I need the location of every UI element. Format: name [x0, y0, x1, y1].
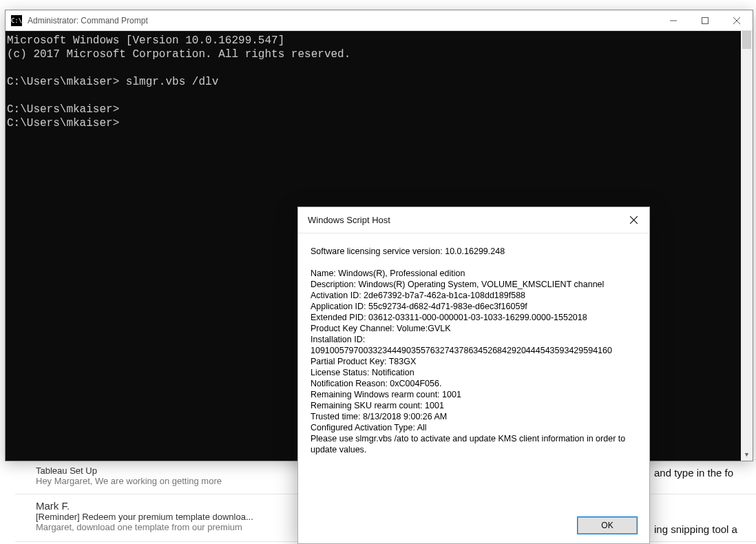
reading-pane-fragment: ing snipping tool a	[654, 523, 737, 535]
scroll-down-icon[interactable]: ▼	[741, 449, 753, 461]
dialog-text-line: Product Key Channel: Volume:GVLK	[311, 323, 637, 334]
dialog-body: Software licensing service version: 10.0…	[298, 233, 649, 508]
dialog-text-line: Description: Windows(R) Operating System…	[311, 279, 637, 290]
dialog-text-line: Name: Windows(R), Professional edition	[311, 268, 637, 279]
dialog-title: Windows Script Host	[308, 215, 618, 225]
scrollbar-thumb[interactable]	[742, 31, 751, 49]
command-prompt-icon: C:\	[11, 15, 22, 26]
reading-pane-fragment: and type in the fo	[654, 467, 733, 479]
dialog-text-line: Partial Product Key: T83GX	[311, 356, 637, 367]
dialog-text-line: Remaining Windows rearm count: 1001	[311, 389, 637, 400]
dialog-text-line: Extended PID: 03612-03311-000-000001-03-…	[311, 312, 637, 323]
dialog-text-line: License Status: Notification	[311, 367, 637, 378]
dialog-text-line: Trusted time: 8/13/2018 9:00:26 AM	[311, 411, 637, 422]
dialog-text-line: Installation ID: 10910057970033234449035…	[311, 334, 637, 356]
maximize-button[interactable]	[689, 10, 721, 31]
dialog-text-line: Remaining SKU rearm count: 1001	[311, 400, 637, 411]
dialog-text-line: Activation ID: 2de67392-b7a7-462a-b1ca-1…	[311, 290, 637, 301]
command-prompt-titlebar[interactable]: C:\ Administrator: Command Prompt	[6, 10, 753, 31]
dialog-service-line: Software licensing service version: 10.0…	[311, 246, 637, 257]
dialog-button-row: OK	[298, 508, 649, 543]
windows-script-host-dialog: Windows Script Host Software licensing s…	[297, 207, 650, 544]
minimize-button[interactable]	[658, 10, 689, 31]
dialog-close-button[interactable]	[618, 207, 649, 233]
dialog-text-line: Application ID: 55c92734-d682-4d71-983e-…	[311, 301, 637, 312]
dialog-text-line: Configured Activation Type: All	[311, 422, 637, 433]
dialog-titlebar[interactable]: Windows Script Host	[298, 207, 649, 233]
close-button[interactable]	[721, 10, 753, 31]
dialog-text-line: Please use slmgr.vbs /ato to activate an…	[311, 433, 637, 455]
ok-button[interactable]: OK	[578, 517, 637, 534]
dialog-text-line: Notification Reason: 0xC004F056.	[311, 378, 637, 389]
svg-rect-1	[702, 17, 708, 23]
command-prompt-title: Administrator: Command Prompt	[28, 16, 658, 25]
scrollbar[interactable]: ▲ ▼	[741, 31, 753, 461]
